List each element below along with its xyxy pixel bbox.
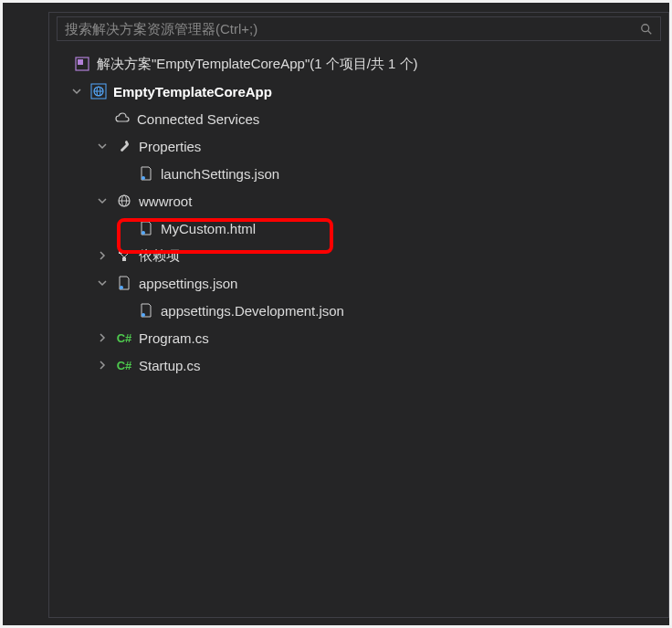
- collapse-arrow-icon[interactable]: [95, 330, 110, 345]
- search-input[interactable]: [65, 21, 640, 37]
- startup-label: Startup.cs: [139, 358, 201, 373]
- solution-node[interactable]: 解决方案"EmptyTemplateCoreApp"(1 个项目/共 1 个): [49, 50, 668, 78]
- svg-point-18: [120, 286, 123, 289]
- expand-arrow-icon[interactable]: [95, 276, 110, 290]
- csharp-icon: C#: [115, 356, 133, 374]
- startup-node[interactable]: C# Startup.cs: [49, 351, 668, 379]
- search-dropdown-icon[interactable]: [640, 23, 653, 36]
- dependencies-label: 依赖项: [139, 247, 180, 265]
- json-file-icon: [137, 301, 155, 319]
- appsettings-dev-label: appsettings.Development.json: [161, 303, 344, 319]
- json-file-icon: [137, 164, 155, 183]
- project-node[interactable]: EmptyTemplateCoreApp: [49, 78, 668, 105]
- svg-point-12: [142, 231, 145, 235]
- globe-icon: [115, 192, 133, 210]
- program-label: Program.cs: [139, 330, 209, 346]
- solution-explorer-panel: 解决方案"EmptyTemplateCoreApp"(1 个项目/共 1 个) …: [48, 12, 669, 618]
- svg-rect-15: [122, 257, 126, 261]
- globe-icon: [89, 82, 108, 100]
- svg-point-8: [142, 176, 145, 180]
- dependencies-node[interactable]: 依赖项: [49, 242, 668, 269]
- svg-rect-13: [119, 250, 122, 254]
- solution-tree: 解决方案"EmptyTemplateCoreApp"(1 个项目/共 1 个) …: [49, 45, 668, 384]
- svg-point-19: [142, 313, 145, 317]
- appsettings-dev-node[interactable]: appsettings.Development.json: [49, 297, 668, 324]
- appsettings-node[interactable]: appsettings.json: [49, 269, 668, 297]
- solution-icon: [73, 55, 91, 73]
- html-file-icon: [137, 219, 155, 237]
- mycustom-label: MyCustom.html: [161, 221, 256, 236]
- dependencies-icon: [115, 246, 133, 265]
- connected-services-node[interactable]: Connected Services: [49, 105, 668, 132]
- connected-services-label: Connected Services: [137, 111, 259, 127]
- launchsettings-node[interactable]: launchSettings.json: [49, 160, 668, 187]
- svg-rect-3: [78, 59, 83, 65]
- svg-line-17: [124, 254, 128, 257]
- collapse-arrow-icon[interactable]: [95, 248, 110, 263]
- expand-arrow-icon[interactable]: [95, 139, 110, 153]
- properties-node[interactable]: Properties: [49, 132, 668, 160]
- svg-rect-14: [126, 250, 130, 254]
- wrench-icon: [115, 137, 133, 155]
- appsettings-label: appsettings.json: [139, 276, 237, 291]
- wwwroot-node[interactable]: wwwroot: [49, 187, 668, 215]
- cloud-icon: [113, 110, 131, 128]
- collapse-arrow-icon[interactable]: [95, 358, 110, 372]
- expand-arrow-icon[interactable]: [69, 84, 84, 99]
- mycustom-node[interactable]: MyCustom.html: [49, 215, 668, 242]
- expand-arrow-icon[interactable]: [95, 194, 110, 208]
- svg-point-0: [642, 24, 649, 31]
- wwwroot-label: wwwroot: [139, 194, 192, 209]
- launchsettings-label: launchSettings.json: [161, 166, 279, 182]
- project-label: EmptyTemplateCoreApp: [113, 84, 272, 99]
- svg-line-1: [648, 30, 652, 34]
- csharp-icon: C#: [115, 329, 133, 347]
- search-bar[interactable]: [57, 16, 661, 41]
- svg-line-16: [121, 254, 124, 257]
- json-file-icon: [115, 274, 133, 292]
- program-node[interactable]: C# Program.cs: [49, 324, 668, 351]
- properties-label: Properties: [139, 139, 201, 154]
- solution-label: 解决方案"EmptyTemplateCoreApp"(1 个项目/共 1 个): [97, 56, 418, 73]
